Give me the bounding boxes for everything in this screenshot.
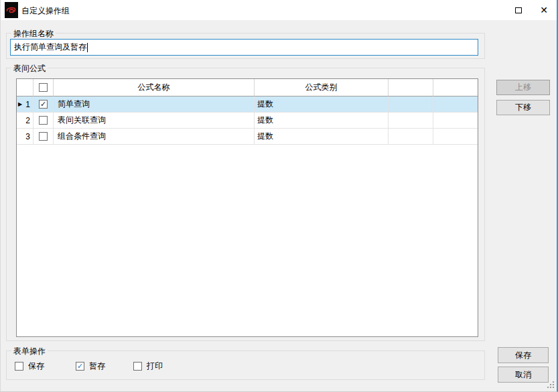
- column-header-empty-2: [433, 79, 478, 96]
- maximize-button[interactable]: [507, 0, 530, 20]
- empty-cell: [389, 113, 433, 129]
- table-header-row: ✓ 公式名称 公式类别: [17, 79, 478, 96]
- row-checkbox[interactable]: ✓: [39, 132, 48, 141]
- column-header-formula-name[interactable]: 公式名称: [54, 79, 255, 96]
- formula-table: ✓ 公式名称 公式类别 ▶ 1 ✓ 简单查询 提数 2 ✓: [16, 78, 478, 337]
- header-row-selector: [17, 79, 33, 96]
- empty-cell: [433, 96, 478, 113]
- row-header-cell[interactable]: 2: [17, 113, 33, 129]
- formula-name-cell[interactable]: 表间关联查询: [54, 113, 255, 129]
- column-header-formula-category[interactable]: 公式类别: [255, 79, 389, 96]
- resize-grip[interactable]: [547, 381, 554, 389]
- formula-category-cell[interactable]: 提数: [255, 129, 389, 145]
- row-header-cell[interactable]: ▶ 1: [17, 96, 33, 113]
- temp-save-checkbox[interactable]: ✓: [76, 362, 84, 371]
- header-checkbox-cell[interactable]: ✓: [33, 79, 54, 96]
- title-bar[interactable]: 自定义操作组 ✕: [1, 0, 557, 20]
- close-button[interactable]: ✕: [533, 0, 555, 20]
- formula-name-cell[interactable]: 简单查询: [54, 96, 255, 113]
- cancel-button[interactable]: 取消: [498, 367, 549, 383]
- table-row[interactable]: ▶ 1 ✓ 简单查询 提数: [17, 96, 478, 113]
- name-group-label: 操作组名称: [11, 28, 56, 40]
- window-title: 自定义操作组: [21, 5, 70, 17]
- app-logo-icon: [5, 2, 18, 18]
- dialog-window: 自定义操作组 ✕ 操作组名称 执行简单查询及暂存 表间公式 ✓ 公式名称 公式类…: [0, 0, 558, 392]
- print-checkbox-item[interactable]: ✓ 打印: [133, 361, 163, 372]
- formula-name-cell[interactable]: 组合条件查询: [54, 129, 255, 145]
- print-checkbox-label: 打印: [147, 361, 163, 372]
- save-checkbox[interactable]: ✓: [15, 362, 23, 371]
- select-all-checkbox[interactable]: ✓: [39, 83, 48, 92]
- formula-category-cell[interactable]: 提数: [255, 113, 389, 129]
- operation-group-name-input[interactable]: 执行简单查询及暂存: [10, 39, 478, 56]
- print-checkbox[interactable]: ✓: [133, 362, 142, 371]
- row-checkbox-cell[interactable]: ✓: [33, 129, 54, 145]
- empty-cell: [433, 129, 478, 145]
- table-row[interactable]: 2 ✓ 表间关联查询 提数: [17, 113, 478, 129]
- row-checkbox-cell[interactable]: ✓: [33, 96, 54, 113]
- save-checkbox-label: 保存: [28, 361, 44, 372]
- close-icon: ✕: [540, 5, 548, 15]
- current-row-arrow-icon: ▶: [18, 102, 22, 107]
- column-header-empty-1: [389, 79, 433, 96]
- row-number: 1: [25, 100, 30, 109]
- row-checkbox[interactable]: ✓: [39, 116, 48, 125]
- move-down-button[interactable]: 下移: [496, 100, 550, 115]
- row-checkbox-cell[interactable]: ✓: [33, 113, 54, 129]
- move-up-button[interactable]: 上移: [496, 80, 550, 95]
- temp-save-checkbox-label: 暂存: [89, 361, 105, 372]
- maximize-icon: [515, 7, 522, 13]
- empty-cell: [433, 113, 478, 129]
- form-ops-group-label: 表单操作: [11, 346, 48, 357]
- temp-save-checkbox-item[interactable]: ✓ 暂存: [76, 361, 105, 372]
- save-button[interactable]: 保存: [498, 347, 549, 363]
- row-number: 3: [25, 132, 30, 141]
- text-caret: [87, 43, 88, 52]
- save-checkbox-item[interactable]: ✓ 保存: [15, 361, 44, 372]
- row-checkbox[interactable]: ✓: [39, 100, 48, 109]
- row-header-cell[interactable]: 3: [17, 129, 33, 145]
- formula-category-cell[interactable]: 提数: [255, 96, 389, 113]
- empty-cell: [389, 96, 433, 113]
- empty-cell: [389, 129, 433, 145]
- formula-group-label: 表间公式: [11, 63, 48, 74]
- table-row[interactable]: 3 ✓ 组合条件查询 提数: [17, 129, 478, 145]
- row-number: 2: [25, 116, 30, 125]
- operation-group-name-value: 执行简单查询及暂存: [14, 42, 86, 53]
